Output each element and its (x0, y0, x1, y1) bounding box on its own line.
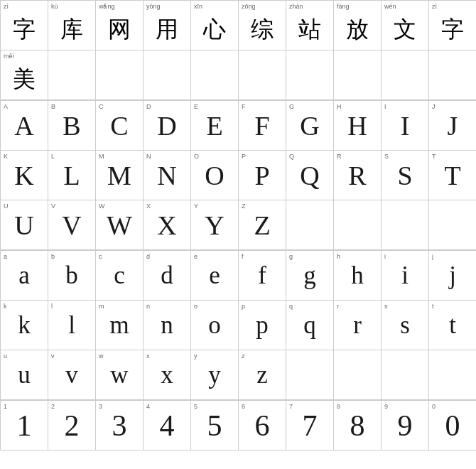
glyph-label: N (146, 153, 151, 160)
glyph-character: G (300, 110, 319, 141)
glyph-label: 8 (337, 403, 340, 410)
glyph-character: T (444, 160, 460, 191)
chinese-cell: wǎng网 (96, 1, 144, 50)
chinese-cell (429, 50, 476, 100)
glyph-cell: 00 (429, 401, 476, 451)
glyph-cell: 55 (191, 401, 239, 451)
glyph-cell: DD (144, 101, 191, 151)
character-display: 放 (346, 18, 369, 41)
glyph-character: E (206, 110, 222, 141)
glyph-character: p (256, 311, 269, 340)
glyph-label: P (242, 153, 246, 160)
glyph-character: M (107, 160, 131, 191)
glyph-label: U (4, 203, 9, 210)
glyph-label: q (289, 303, 293, 310)
glyph-character: C (110, 110, 128, 141)
glyph-label: m (99, 303, 104, 310)
glyph-character: s (400, 311, 410, 340)
glyph-cell: pp (239, 301, 286, 350)
glyph-label: W (99, 203, 105, 210)
glyph-cell: PP (239, 151, 286, 200)
glyph-character: q (303, 311, 316, 340)
cell-top-label: kù (51, 3, 58, 10)
glyph-label: s (384, 303, 388, 310)
glyph-label: o (194, 303, 198, 310)
glyph-label: V (51, 203, 55, 210)
glyph-cell: bb (48, 251, 96, 301)
glyph-cell: oo (191, 301, 239, 350)
glyph-cell (382, 350, 429, 400)
chinese-cell: zhàn站 (286, 1, 334, 50)
glyph-cell: AA (1, 101, 48, 151)
glyph-label: e (194, 253, 198, 260)
chinese-cell: zōng综 (239, 1, 286, 50)
glyph-cell: CC (96, 101, 144, 151)
glyph-cell: KK (1, 151, 48, 200)
chinese-cell: kù库 (48, 1, 96, 50)
glyph-character: R (348, 160, 366, 191)
glyph-cell: OO (191, 151, 239, 200)
glyph-label: u (4, 352, 7, 360)
glyph-cell: aa (1, 251, 48, 301)
cell-top-label: wǎng (99, 3, 115, 10)
glyph-cell: ss (382, 301, 429, 350)
glyph-character: o (208, 311, 221, 340)
glyph-cell (429, 200, 476, 250)
cell-top-label: zì (4, 3, 9, 10)
glyph-label: Y (194, 203, 198, 210)
glyph-character: i (401, 262, 409, 290)
glyph-character: 5 (207, 409, 222, 443)
glyph-cell: WW (96, 200, 144, 250)
glyph-character: j (449, 262, 456, 290)
chinese-cell (286, 50, 334, 100)
glyph-cell: kk (1, 301, 48, 350)
glyph-cell: 99 (382, 401, 429, 451)
glyph-character: e (209, 262, 220, 290)
glyph-label: I (384, 103, 386, 110)
glyph-cell: 88 (334, 401, 382, 451)
glyph-character: x (161, 361, 173, 389)
chinese-cell (96, 50, 144, 100)
glyph-label: x (146, 352, 150, 360)
lowercase-section: aabbccddeeffgghhiijjkkllmmnnooppqqrrsstt… (0, 250, 476, 400)
chinese-cell (48, 50, 96, 100)
glyph-cell: ll (48, 301, 96, 350)
glyph-cell: gg (286, 251, 334, 301)
glyph-character: a (18, 262, 30, 290)
glyph-character: 0 (445, 409, 460, 443)
glyph-cell: 66 (239, 401, 286, 451)
glyph-cell: GG (286, 101, 334, 151)
glyph-label: g (289, 253, 293, 260)
glyph-label: h (337, 253, 340, 260)
glyph-character: d (161, 262, 173, 290)
glyph-character: S (397, 160, 412, 191)
glyph-label: 1 (4, 403, 7, 410)
character-display: 美 (13, 68, 36, 90)
glyph-label: b (51, 253, 55, 260)
glyph-cell: 33 (96, 401, 144, 451)
glyph-cell (334, 200, 382, 250)
glyph-label: J (432, 103, 436, 110)
glyph-cell: LL (48, 151, 96, 200)
glyph-label: F (242, 103, 246, 110)
glyph-cell: MM (96, 151, 144, 200)
glyph-label: z (242, 352, 245, 360)
glyph-cell: rr (334, 301, 382, 350)
glyph-character: k (18, 311, 31, 340)
character-display: 用 (156, 18, 178, 41)
glyph-character: A (14, 110, 33, 141)
glyph-character: B (63, 110, 80, 141)
chinese-cell: xīn心 (191, 1, 239, 50)
glyph-cell: 11 (1, 401, 48, 451)
glyph-label: w (99, 352, 104, 360)
glyph-label: 5 (194, 403, 198, 410)
glyph-label: G (289, 103, 294, 110)
glyph-character: H (347, 110, 367, 141)
glyph-label: O (194, 153, 199, 160)
cell-top-label: zhàn (289, 3, 303, 10)
glyph-cell: uu (1, 350, 48, 400)
glyph-label: H (337, 103, 342, 110)
chinese-cell (144, 50, 191, 100)
glyph-cell: ee (191, 251, 239, 301)
glyph-label: l (51, 303, 53, 310)
